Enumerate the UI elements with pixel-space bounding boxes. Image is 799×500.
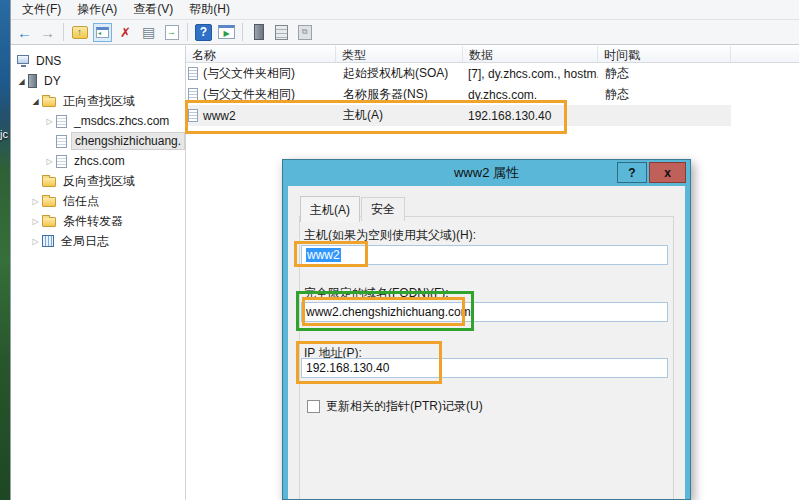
menu-file[interactable]: 文件(F) [14,0,69,21]
properties-button[interactable]: ▤ [138,22,159,43]
record-icon [188,109,198,122]
server-list-icon [275,25,288,40]
folder-icon [42,197,56,207]
menu-action[interactable]: 操作(A) [69,0,125,21]
folder-icon [42,97,56,107]
selected-text: www2 [306,248,341,262]
expander-collapsed-icon[interactable]: ▷ [29,237,42,246]
tree-item-chengshizhichuang[interactable]: chengshizhichuang. [11,131,185,151]
zone-icon [56,155,67,168]
tree-item-reverse-lookup-zones[interactable]: 反向查找区域 [11,171,185,191]
column-header-filler [731,46,799,62]
menu-view[interactable]: 查看(V) [125,0,181,21]
log-icon [42,235,54,247]
table-row-soa[interactable]: (与父文件夹相同) 起始授权机构(SOA) [7], dy.zhcs.com.,… [186,63,731,84]
table-row-www2[interactable]: www2 主机(A) 192.168.130.40 [186,105,731,126]
up-one-level-button[interactable]: ↑ [69,22,90,43]
close-icon[interactable]: x [649,162,686,183]
menu-help[interactable]: 帮助(H) [181,0,238,21]
export-list-button[interactable]: → [161,22,182,43]
tab-host-a[interactable]: 主机(A) [300,196,360,222]
dialog-body: 主机(A) 安全 主机(如果为空则使用其父域)(H): www2 完全限定的域名… [288,186,685,499]
tab-security[interactable]: 安全 [361,197,405,221]
expander-collapsed-icon[interactable]: ▷ [29,197,42,206]
dialog-help-button[interactable]: ? [617,162,647,183]
column-header-name[interactable]: 名称 [186,46,336,62]
ip-input[interactable]: 192.168.130.40 [301,358,668,378]
dialog-tabs: 主机(A) 安全 [300,195,406,221]
delete-icon: ✗ [120,25,131,40]
www2-properties-dialog: www2 属性 ? x 主机(A) 安全 主机(如果为空则使用其父域)(H): … [282,159,691,500]
ptr-checkbox[interactable] [307,400,320,413]
new-window-icon: ▶ [218,25,235,39]
tree-item-trust-points[interactable]: ▷ 信任点 [11,191,185,211]
folder-icon [42,217,56,227]
expander-collapsed-icon[interactable]: ▷ [43,157,56,166]
server-tower-button[interactable] [248,22,269,43]
zone-icon [56,135,67,148]
server-icon [28,74,37,88]
tree-item-zhcs-com[interactable]: ▷ zhcs.com [11,151,185,171]
dialog-title-bar[interactable]: www2 属性 ? x [283,160,690,186]
computer-icon [17,55,29,64]
toolbar: ← → ↑ ◂ ✗ ▤ → ? ▶ ⧉ [11,20,799,45]
record-icon [188,88,198,101]
back-button[interactable]: ← [14,22,35,43]
server-tower-icon [254,24,264,40]
table-row-ns[interactable]: (与父文件夹相同) 名称服务器(NS) dy.zhcs.com. 静态 [186,84,731,105]
tree-item-dy-server[interactable]: ◢ DY [11,71,185,91]
desktop-icon-label: jc [0,128,8,140]
server-clipboard-button[interactable]: ⧉ [294,22,315,43]
column-header-type[interactable]: 类型 [336,46,463,62]
forward-button[interactable]: → [37,22,58,43]
host-label: 主机(如果为空则使用其父域)(H): [304,227,476,244]
server-clipboard-icon: ⧉ [298,25,312,40]
fqdn-input[interactable]: www2.chengshizhichuang.com [301,302,668,322]
expander-collapsed-icon[interactable]: ▷ [29,217,42,226]
toolbar-separator [63,23,64,41]
toolbar-separator [187,23,188,41]
tree-item-msdcs-zhcs-com[interactable]: ▷ _msdcs.zhcs.com [11,111,185,131]
tree-item-forward-lookup-zones[interactable]: ◢ 正向查找区域 [11,91,185,111]
export-list-icon: → [165,25,179,40]
delete-button[interactable]: ✗ [115,22,136,43]
tree-item-global-logs[interactable]: ▷ 全局日志 [11,231,185,251]
zone-icon [56,115,67,128]
show-console-tree-button[interactable]: ◂ [92,22,113,43]
forward-icon: → [40,24,55,41]
list-header: 名称 类型 数据 时间戳 [186,46,799,63]
record-icon [188,67,198,80]
dialog-title: www2 属性 [454,164,519,182]
help-icon: ? [195,24,212,41]
menu-bar: 文件(F) 操作(A) 查看(V) 帮助(H) [11,0,799,20]
server-list-button[interactable] [271,22,292,43]
folder-icon [42,177,56,187]
properties-icon: ▤ [142,24,155,40]
expander-collapsed-icon[interactable]: ▷ [43,117,56,126]
show-console-tree-icon: ◂ [93,23,112,42]
up-one-level-icon: ↑ [72,26,88,39]
expander-expanded-icon[interactable]: ◢ [15,77,28,86]
expander-expanded-icon[interactable]: ◢ [29,97,42,106]
column-header-timestamp[interactable]: 时间戳 [598,46,731,62]
ptr-checkbox-label: 更新相关的指针(PTR)记录(U) [326,398,483,415]
column-header-data[interactable]: 数据 [463,46,598,62]
tree-item-dns-root[interactable]: DNS [11,51,185,71]
fqdn-label: 完全限定的域名(FQDN)(F): [304,285,449,302]
help-button[interactable]: ? [193,22,214,43]
console-tree-panel: DNS ◢ DY ◢ 正向查找区域 ▷ _msdcs.zhcs.com chen… [11,46,186,500]
tree-item-conditional-forwarders[interactable]: ▷ 条件转发器 [11,211,185,231]
host-input[interactable]: www2 [301,245,668,265]
toolbar-separator [242,23,243,41]
new-window-button[interactable]: ▶ [216,22,237,43]
back-icon: ← [17,24,32,41]
desktop-wallpaper: jc [0,0,10,500]
